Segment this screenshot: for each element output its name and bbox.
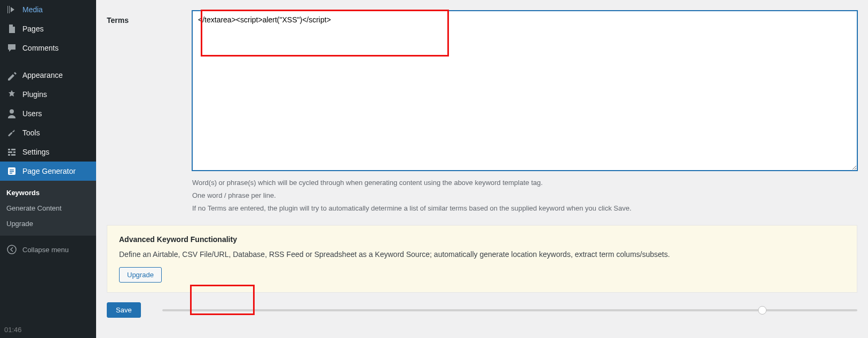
upgrade-button[interactable]: Upgrade <box>119 267 162 283</box>
sidebar-item-label: Settings <box>22 148 50 156</box>
collapse-icon <box>6 244 17 255</box>
sidebar-item-users[interactable]: Users <box>0 104 96 123</box>
sidebar-item-label: Tools <box>22 128 40 137</box>
sidebar-submenu: Keywords Generate Content Upgrade <box>0 181 96 236</box>
pages-icon <box>6 23 17 34</box>
submenu-generate-content[interactable]: Generate Content <box>0 200 96 216</box>
sidebar-item-plugins[interactable]: Plugins <box>0 85 96 104</box>
submenu-keywords[interactable]: Keywords <box>0 185 96 200</box>
terms-label: Terms <box>107 11 192 25</box>
sidebar-item-pages[interactable]: Pages <box>0 19 96 38</box>
advanced-box: Advanced Keyword Functionality Define an… <box>107 225 857 293</box>
plugins-icon <box>6 89 17 100</box>
appearance-icon <box>6 70 17 81</box>
terms-row: Terms Word(s) or phrase(s) which will be… <box>107 11 857 215</box>
admin-sidebar: Media Pages Comments Appearance Plugins … <box>0 0 96 338</box>
sidebar-item-label: Pages <box>22 25 44 33</box>
page-generator-icon <box>6 166 17 176</box>
advanced-title: Advanced Keyword Functionality <box>119 235 845 244</box>
terms-help: Word(s) or phrase(s) which will be cycle… <box>192 178 857 214</box>
sidebar-item-label: Comments <box>22 44 59 52</box>
sidebar-item-label: Appearance <box>22 71 63 79</box>
sidebar-item-label: Media <box>22 5 43 14</box>
collapse-menu[interactable]: Collapse menu <box>0 240 96 259</box>
users-icon <box>6 108 17 119</box>
sidebar-item-media[interactable]: Media <box>0 0 96 19</box>
tools-icon <box>6 127 17 138</box>
sidebar-item-settings[interactable]: Settings <box>0 142 96 162</box>
seek-handle[interactable] <box>758 306 767 315</box>
sidebar-item-label: Page Generator <box>22 167 76 175</box>
sidebar-item-comments[interactable]: Comments <box>0 38 96 58</box>
sidebar-item-label: Users <box>22 109 42 118</box>
submenu-upgrade[interactable]: Upgrade <box>0 216 96 231</box>
svg-rect-3 <box>10 173 12 174</box>
settings-icon <box>6 147 17 157</box>
sidebar-item-label: Plugins <box>22 90 47 99</box>
sidebar-item-appearance[interactable]: Appearance <box>0 66 96 85</box>
svg-rect-1 <box>10 170 14 171</box>
comments-icon <box>6 43 17 53</box>
svg-rect-2 <box>10 171 14 172</box>
media-icon <box>6 4 17 15</box>
terms-textarea[interactable] <box>192 11 857 171</box>
sidebar-item-page-generator[interactable]: Page Generator <box>0 162 96 181</box>
save-button[interactable]: Save <box>107 302 141 318</box>
advanced-desc: Define an Airtable, CSV File/URL, Databa… <box>119 250 845 259</box>
main-content: Terms Word(s) or phrase(s) which will be… <box>96 0 868 338</box>
sidebar-item-tools[interactable]: Tools <box>0 123 96 142</box>
seek-track[interactable] <box>162 309 857 311</box>
svg-point-4 <box>7 245 16 254</box>
timecode: 01:46 <box>4 326 22 334</box>
